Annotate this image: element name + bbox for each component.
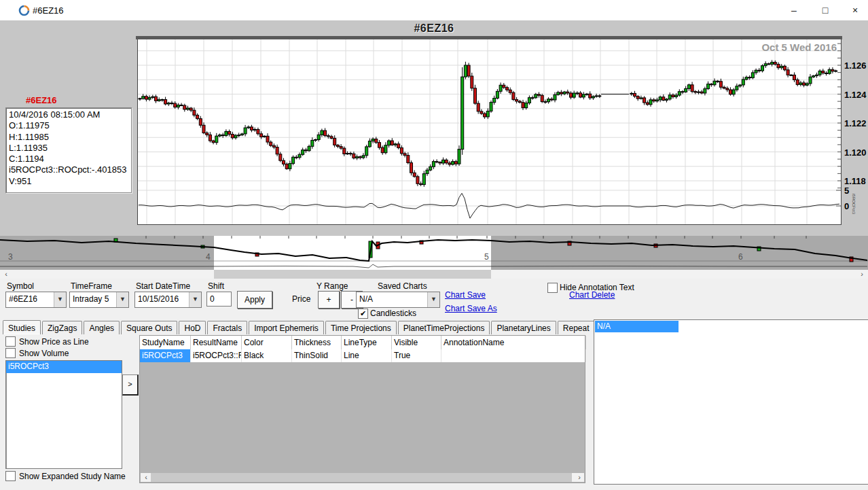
start-datetime-combobox[interactable]: 10/15/2016 ▼ [134,292,202,308]
scroll-left-arrow[interactable]: ‹ [1,270,11,279]
chevron-down-icon[interactable]: ▼ [54,292,66,307]
close-button[interactable]: × [839,0,868,20]
saved-charts-combobox[interactable]: N/A ▼ [356,292,440,308]
table-cell-thickness[interactable]: ThinSolid [292,349,342,362]
tab-angles[interactable]: Angles [84,321,120,334]
table-cell-linetype[interactable]: Line [342,349,392,362]
table-horizontal-scrollbar[interactable]: ‹ › [141,473,584,482]
hide-annotation-checkbox[interactable] [547,283,558,293]
column-header-studyname[interactable]: StudyName [140,336,191,349]
tab-square-outs[interactable]: Square Outs [121,321,177,334]
table-scroll-right-arrow[interactable]: › [575,473,584,482]
title-bar: #6EZ16 – □ × [0,0,868,21]
tab-repeat[interactable]: Repeat [558,321,595,334]
symbol-combobox[interactable]: #6EZ16 ▼ [5,292,67,308]
timeframe-value: Intraday 5 [73,294,109,304]
tab-zigzags[interactable]: ZigZags [42,321,82,334]
show-expanded-study-name-checkbox[interactable] [5,471,16,481]
chart-save-as-link[interactable]: Chart Save As [445,304,497,313]
y-axis-price-label: 1.126 [844,60,868,71]
tab-time-projections[interactable]: Time Projections [325,321,397,334]
tab-studies[interactable]: Studies [3,320,41,334]
y-axis-indicator-label: 0 [844,201,868,211]
chart-horizontal-scrollbar[interactable]: ‹ › [0,270,868,279]
table-scrollbar-thumb[interactable] [151,473,572,482]
column-header-linetype[interactable]: LineType [342,336,392,349]
y-axis-price-label: 1.122 [844,118,868,128]
chevron-down-icon[interactable]: ▼ [189,292,201,307]
add-study-button[interactable]: > [122,374,139,396]
studies-table-header: StudyNameResultNameColorThicknessLineTyp… [140,336,585,350]
maximize-button[interactable]: □ [810,0,841,20]
info-line: C:1.1194 [9,154,128,164]
svg-text:4: 4 [206,252,211,262]
chart-date-label: Oct 5 Wed 2016 [761,41,837,53]
info-line: 10/4/2016 08:15:00 AM [9,109,128,120]
studies-table: StudyNameResultNameColorThicknessLineTyp… [139,335,585,483]
table-cell-resultname[interactable]: i5ROCPct3::ROCp [191,349,242,362]
price-chart-plot[interactable]: Oct 5 Wed 2016 [137,39,842,225]
apply-button[interactable]: Apply [237,291,272,309]
scroll-right-arrow[interactable]: › [857,270,867,279]
table-cell-color[interactable]: Black [242,349,292,362]
timeframe-combobox[interactable]: Intraday 5 ▼ [69,292,129,308]
ohlc-info-panel: 10/4/2016 08:15:00 AMO:1.11975H:1.11985L… [5,107,132,193]
tab-hod[interactable]: HoD [179,321,206,334]
study-list-item-selected[interactable]: i5ROCPct3 [6,361,122,373]
info-line: O:1.11975 [9,120,128,131]
candlestick-chart [138,39,841,224]
y-axis-indicator-label: 5 [844,186,868,196]
annotation-listbox[interactable]: N/A [594,319,868,485]
bottom-panel: Show Price as Line Show Volume i5ROCPct3… [0,334,868,483]
chevron-down-icon[interactable]: ▼ [427,292,439,307]
minimize-button[interactable]: – [778,0,810,20]
show-expanded-study-name-label: Show Expanded Study Name [19,472,126,481]
study-listbox[interactable]: i5ROCPct3 [5,360,122,469]
info-line: i5ROCPct3::ROCpct:-.401853 [9,164,128,175]
show-volume-checkbox[interactable] [5,348,16,358]
tab-planettimeprojections[interactable]: PlanetTimeProjections [398,321,490,334]
candlesticks-label: Candlesticks [370,309,416,318]
column-header-thickness[interactable]: Thickness [292,336,342,349]
show-price-as-line-checkbox[interactable] [5,336,16,347]
table-scroll-left-arrow[interactable]: ‹ [141,473,151,482]
y-range-plus-button[interactable]: + [318,291,340,309]
saved-charts-label: Saved Charts [378,281,427,291]
table-cell-studyname[interactable]: i5ROCPct3 [140,349,191,362]
column-header-resultname[interactable]: ResultName [191,336,242,349]
candlesticks-checkbox[interactable]: ✔ [358,309,368,319]
symbol-value: #6EZ16 [9,294,37,304]
chart-save-link[interactable]: Chart Save [445,290,486,300]
info-line: H:1.11985 [9,132,128,143]
overview-mini-chart[interactable]: 3456 [0,236,868,270]
studies-tab-strip: StudiesZigZagsAnglesSquare OutsHoDFracta… [3,319,596,334]
price-label: Price [292,294,310,304]
info-symbol-label: #6EZ16 [26,95,57,105]
column-header-color[interactable]: Color [242,336,292,349]
app-logo-icon [18,5,30,16]
hide-annotation-label: Hide Annotation Text [560,283,634,292]
column-header-visible[interactable]: Visible [392,336,441,349]
info-line: V:951 [9,176,128,187]
chart-title: #6EZ16 [0,22,868,35]
table-cell-visible[interactable]: True [392,349,441,362]
tab-planetarylines[interactable]: PlanetaryLines [491,321,556,334]
indicator-axis-label: i5ROCPct3 [852,194,856,214]
shift-input[interactable]: 0 [206,292,232,307]
scrollbar-thumb[interactable] [214,270,491,279]
window-title: #6EZ16 [33,5,64,16]
y-axis-price-label: 1.118 [844,176,868,186]
table-row[interactable]: i5ROCPct3i5ROCPct3::ROCpBlackThinSolidLi… [140,349,585,362]
controls-toolbar: Symbol #6EZ16 ▼ TimeFrame Intraday 5 ▼ S… [0,279,868,319]
svg-text:6: 6 [738,252,743,262]
info-line: L:1.11935 [9,143,128,154]
chevron-down-icon[interactable]: ▼ [116,292,128,307]
table-cell-annotationname[interactable] [441,349,586,362]
svg-text:3: 3 [8,252,13,262]
column-header-annotationname[interactable]: AnnotationName [441,336,586,349]
annotation-item-selected[interactable]: N/A [595,321,679,332]
tab-import-ephemeris[interactable]: Import Ephemeris [249,321,324,334]
y-range-label: Y Range [317,281,348,291]
app-window: { "window": { "title": "#6EZ16", "contro… [0,0,868,490]
tab-fractals[interactable]: Fractals [207,321,247,334]
